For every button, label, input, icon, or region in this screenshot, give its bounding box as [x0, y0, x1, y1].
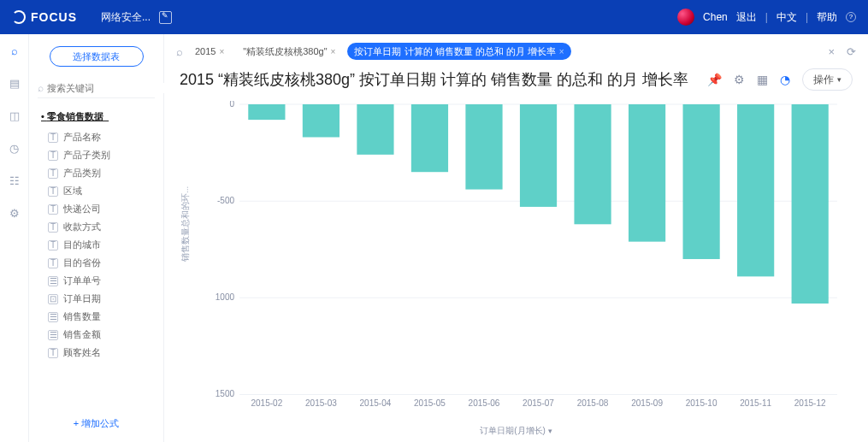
avatar[interactable] — [677, 9, 694, 26]
workspace-tab[interactable]: 网络安全... — [101, 10, 151, 25]
search-icon: ⌕ — [38, 82, 44, 94]
edit-tab-icon[interactable] — [159, 11, 172, 24]
column-type-icon: T — [48, 222, 58, 233]
logo-icon — [12, 10, 26, 24]
settings-icon[interactable]: ⚙ — [8, 207, 21, 221]
column-type-icon: ☰ — [48, 276, 58, 286]
chevron-down-icon: ▾ — [548, 427, 552, 435]
column-type-icon: ☰ — [48, 330, 58, 340]
bar[interactable] — [465, 104, 502, 190]
query-pill-year[interactable]: 2015× — [188, 43, 231, 60]
x-axis-label: 订单日期(月增长) ▾ — [180, 425, 853, 437]
table-icon[interactable]: ▦ — [757, 73, 768, 86]
chart-area: 销售数量总和的环... 0-500-1000-15002015-022015-0… — [180, 97, 853, 437]
bar[interactable] — [792, 104, 829, 304]
lang-link[interactable]: 中文 — [776, 10, 797, 25]
help-badge-icon[interactable]: ? — [846, 12, 856, 22]
bar[interactable] — [357, 104, 393, 155]
chevron-down-icon: ▾ — [837, 75, 841, 84]
logout-link[interactable]: 退出 — [736, 10, 757, 25]
column-label: 产品子类别 — [63, 149, 110, 162]
query-search-icon[interactable]: ⌕ — [176, 45, 183, 58]
column-item[interactable]: ⊡订单日期 — [29, 290, 163, 308]
y-axis-label: 销售数量总和的环... — [180, 186, 192, 261]
column-label: 订单单号 — [63, 274, 101, 287]
gear-icon[interactable]: ⚙ — [734, 73, 745, 86]
chart-type-icon[interactable]: ◔ — [780, 73, 790, 86]
column-type-icon: T — [48, 133, 58, 143]
choose-table-button[interactable]: 选择数据表 — [50, 46, 144, 67]
column-item[interactable]: T顾客姓名 — [29, 344, 163, 362]
page-title: 2015 “精装纸皮核桃380g” 按订单日期 计算的 销售数量 的总和 的月 … — [180, 69, 688, 90]
operations-button[interactable]: 操作▾ — [802, 68, 853, 91]
username[interactable]: Chen — [703, 11, 728, 23]
column-type-icon: ⊡ — [48, 294, 58, 304]
svg-text:2015-12: 2015-12 — [794, 398, 826, 408]
column-type-icon: T — [48, 348, 58, 358]
column-item[interactable]: T产品名称 — [29, 128, 163, 146]
column-item[interactable]: T区域 — [29, 182, 163, 200]
title-bar: 2015 “精装纸皮核桃380g” 按订单日期 计算的 销售数量 的总和 的月 … — [164, 65, 868, 97]
help-link[interactable]: 帮助 — [817, 10, 837, 25]
column-item[interactable]: ☰销售数量 — [29, 308, 163, 326]
svg-text:2015-08: 2015-08 — [577, 398, 609, 408]
column-type-icon: T — [48, 168, 58, 179]
column-item[interactable]: T快递公司 — [29, 200, 163, 218]
column-item[interactable]: ☰订单单号 — [29, 272, 163, 290]
column-item[interactable]: T产品类别 — [29, 164, 163, 182]
clear-query-icon[interactable]: × — [828, 45, 835, 58]
sidebar: 选择数据表 ⌕ • 零食销售数据_ T产品名称T产品子类别T产品类别T区域T快递… — [29, 34, 164, 442]
column-item[interactable]: T目的省份 — [29, 254, 163, 272]
close-icon[interactable]: × — [331, 47, 336, 56]
close-icon[interactable]: × — [559, 47, 564, 56]
doc-icon[interactable]: ▤ — [8, 77, 21, 91]
bar[interactable] — [520, 104, 557, 207]
svg-text:2015-09: 2015-09 — [631, 398, 663, 408]
svg-text:-1500: -1500 — [216, 389, 235, 398]
svg-text:2015-04: 2015-04 — [360, 398, 392, 408]
logo: FOCUS — [12, 10, 77, 24]
data-icon[interactable]: ☷ — [8, 174, 21, 188]
bar[interactable] — [411, 104, 448, 172]
bar[interactable] — [683, 104, 720, 259]
bar[interactable] — [737, 104, 774, 276]
column-item[interactable]: ☰销售金额 — [29, 326, 163, 344]
svg-text:2015-10: 2015-10 — [686, 398, 717, 408]
main: ⌕ 2015× "精装纸皮核桃380g"× 按订单日期 计算的 销售数量 的总和… — [164, 34, 868, 442]
dashboard-icon[interactable]: ◫ — [8, 109, 21, 123]
column-type-icon: T — [48, 186, 58, 197]
search-icon[interactable]: ⌕ — [8, 44, 21, 58]
column-label: 目的城市 — [63, 239, 101, 251]
column-label: 订单日期 — [63, 292, 101, 305]
column-item[interactable]: T产品子类别 — [29, 146, 163, 164]
column-label: 销售数量 — [63, 310, 101, 323]
query-pill-product[interactable]: "精装纸皮核桃380g"× — [236, 43, 342, 60]
column-label: 区域 — [63, 185, 82, 197]
svg-text:2015-05: 2015-05 — [414, 398, 446, 408]
bar[interactable] — [248, 104, 285, 120]
pin-icon[interactable]: 📌 — [707, 73, 722, 86]
column-type-icon: ☰ — [48, 312, 58, 322]
svg-text:-1000: -1000 — [216, 292, 235, 302]
left-iconrail: ⌕ ▤ ◫ ◷ ☷ ⚙ — [0, 34, 29, 442]
table-section-header[interactable]: • 零食销售数据_ — [29, 105, 163, 127]
bar[interactable] — [629, 104, 665, 242]
clock-icon[interactable]: ◷ — [8, 142, 21, 156]
close-icon[interactable]: × — [219, 47, 224, 56]
column-type-icon: T — [48, 204, 58, 215]
svg-text:0: 0 — [229, 101, 234, 109]
chart-svg: 0-500-1000-15002015-022015-032015-042015… — [216, 101, 842, 410]
column-item[interactable]: T目的城市 — [29, 236, 163, 254]
refresh-icon[interactable]: ⟳ — [847, 45, 856, 58]
add-formula-button[interactable]: + 增加公式 — [74, 418, 119, 428]
column-type-icon: T — [48, 258, 58, 268]
column-label: 产品名称 — [63, 131, 101, 144]
column-search-input[interactable] — [47, 83, 165, 93]
column-item[interactable]: T收款方式 — [29, 218, 163, 236]
query-bar: ⌕ 2015× "精装纸皮核桃380g"× 按订单日期 计算的 销售数量 的总和… — [164, 34, 868, 65]
bar[interactable] — [303, 104, 340, 137]
query-pill-measure[interactable]: 按订单日期 计算的 销售数量 的总和 的月 增长率× — [347, 43, 570, 60]
column-label: 产品类别 — [63, 167, 101, 180]
bar[interactable] — [574, 104, 611, 224]
svg-text:2015-11: 2015-11 — [740, 398, 771, 408]
